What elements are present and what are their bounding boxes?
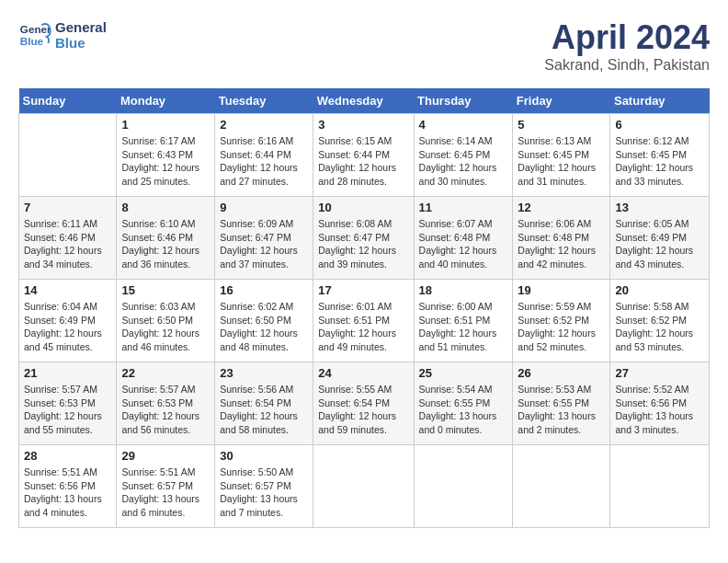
logo-blue: Blue xyxy=(55,35,107,51)
day-detail: Sunrise: 6:15 AMSunset: 6:44 PMDaylight:… xyxy=(318,134,408,189)
day-detail: Sunrise: 5:57 AMSunset: 6:53 PMDaylight:… xyxy=(121,383,210,437)
calendar-week-4: 21Sunrise: 5:57 AMSunset: 6:53 PMDayligh… xyxy=(19,362,710,445)
day-detail: Sunrise: 5:53 AMSunset: 6:55 PMDaylight:… xyxy=(518,383,605,437)
column-header-tuesday: Tuesday xyxy=(215,88,313,114)
calendar-cell: 27Sunrise: 5:52 AMSunset: 6:56 PMDayligh… xyxy=(610,362,710,445)
page-header: General Blue General Blue April 2024 Sak… xyxy=(18,18,710,74)
calendar-cell xyxy=(513,445,610,528)
day-detail: Sunrise: 5:59 AMSunset: 6:52 PMDaylight:… xyxy=(518,300,605,354)
calendar-cell: 2Sunrise: 6:16 AMSunset: 6:44 PMDaylight… xyxy=(215,114,313,197)
day-detail: Sunrise: 6:03 AMSunset: 6:50 PMDaylight:… xyxy=(121,300,210,354)
day-number: 24 xyxy=(318,366,408,380)
day-detail: Sunrise: 6:04 AMSunset: 6:49 PMDaylight:… xyxy=(24,300,111,354)
calendar-cell xyxy=(19,114,117,197)
calendar-cell: 29Sunrise: 5:51 AMSunset: 6:57 PMDayligh… xyxy=(117,445,215,528)
day-number: 27 xyxy=(615,366,704,380)
day-number: 20 xyxy=(615,283,704,297)
day-detail: Sunrise: 6:09 AMSunset: 6:47 PMDaylight:… xyxy=(220,217,308,271)
day-number: 29 xyxy=(121,449,210,463)
day-detail: Sunrise: 5:52 AMSunset: 6:56 PMDaylight:… xyxy=(615,383,704,437)
day-detail: Sunrise: 5:51 AMSunset: 6:57 PMDaylight:… xyxy=(121,465,210,520)
day-number: 9 xyxy=(220,201,308,214)
calendar-cell: 9Sunrise: 6:09 AMSunset: 6:47 PMDaylight… xyxy=(215,197,313,280)
day-number: 17 xyxy=(318,283,408,297)
calendar-cell: 8Sunrise: 6:10 AMSunset: 6:46 PMDaylight… xyxy=(117,197,215,280)
calendar-cell: 4Sunrise: 6:14 AMSunset: 6:45 PMDaylight… xyxy=(414,114,513,197)
svg-text:Blue: Blue xyxy=(20,35,44,47)
calendar-week-1: 1Sunrise: 6:17 AMSunset: 6:43 PMDaylight… xyxy=(19,114,710,197)
page-subtitle: Sakrand, Sindh, Pakistan xyxy=(544,57,710,74)
calendar-cell xyxy=(610,445,710,528)
day-number: 8 xyxy=(121,201,210,214)
day-detail: Sunrise: 5:56 AMSunset: 6:54 PMDaylight:… xyxy=(220,383,308,437)
day-number: 25 xyxy=(419,366,508,380)
calendar-cell: 12Sunrise: 6:06 AMSunset: 6:48 PMDayligh… xyxy=(513,197,610,280)
calendar-cell: 10Sunrise: 6:08 AMSunset: 6:47 PMDayligh… xyxy=(313,197,414,280)
column-header-sunday: Sunday xyxy=(19,88,117,114)
calendar-cell xyxy=(414,445,513,528)
calendar-week-2: 7Sunrise: 6:11 AMSunset: 6:46 PMDaylight… xyxy=(19,197,710,280)
day-detail: Sunrise: 6:06 AMSunset: 6:48 PMDaylight:… xyxy=(518,217,605,271)
calendar-week-5: 28Sunrise: 5:51 AMSunset: 6:56 PMDayligh… xyxy=(19,445,710,528)
column-header-monday: Monday xyxy=(117,88,215,114)
day-number: 16 xyxy=(220,283,308,297)
day-detail: Sunrise: 6:13 AMSunset: 6:45 PMDaylight:… xyxy=(518,134,605,189)
column-header-thursday: Thursday xyxy=(414,88,513,114)
day-detail: Sunrise: 6:10 AMSunset: 6:46 PMDaylight:… xyxy=(121,217,210,271)
day-number: 23 xyxy=(220,366,308,380)
calendar-table: SundayMondayTuesdayWednesdayThursdayFrid… xyxy=(18,88,710,528)
day-detail: Sunrise: 6:16 AMSunset: 6:44 PMDaylight:… xyxy=(220,134,308,189)
day-number: 13 xyxy=(615,201,704,214)
calendar-week-3: 14Sunrise: 6:04 AMSunset: 6:49 PMDayligh… xyxy=(19,280,710,362)
calendar-header-row: SundayMondayTuesdayWednesdayThursdayFrid… xyxy=(19,88,710,114)
calendar-cell: 26Sunrise: 5:53 AMSunset: 6:55 PMDayligh… xyxy=(513,362,610,445)
day-number: 12 xyxy=(518,201,605,214)
day-number: 18 xyxy=(419,283,508,297)
day-number: 14 xyxy=(24,283,111,297)
calendar-cell: 5Sunrise: 6:13 AMSunset: 6:45 PMDaylight… xyxy=(513,114,610,197)
day-detail: Sunrise: 5:57 AMSunset: 6:53 PMDaylight:… xyxy=(24,383,111,437)
day-number: 2 xyxy=(220,118,308,132)
day-number: 28 xyxy=(24,449,111,463)
day-detail: Sunrise: 6:07 AMSunset: 6:48 PMDaylight:… xyxy=(419,217,508,271)
page-title: April 2024 xyxy=(544,18,710,57)
calendar-cell: 16Sunrise: 6:02 AMSunset: 6:50 PMDayligh… xyxy=(215,280,313,362)
day-detail: Sunrise: 6:14 AMSunset: 6:45 PMDaylight:… xyxy=(419,134,508,189)
title-block: April 2024 Sakrand, Sindh, Pakistan xyxy=(544,18,710,74)
day-detail: Sunrise: 6:12 AMSunset: 6:45 PMDaylight:… xyxy=(615,134,704,189)
column-header-saturday: Saturday xyxy=(610,88,710,114)
day-number: 11 xyxy=(419,201,508,214)
calendar-cell: 19Sunrise: 5:59 AMSunset: 6:52 PMDayligh… xyxy=(513,280,610,362)
column-header-wednesday: Wednesday xyxy=(313,88,414,114)
day-detail: Sunrise: 6:02 AMSunset: 6:50 PMDaylight:… xyxy=(220,300,308,354)
day-detail: Sunrise: 6:11 AMSunset: 6:46 PMDaylight:… xyxy=(24,217,111,271)
day-detail: Sunrise: 6:08 AMSunset: 6:47 PMDaylight:… xyxy=(318,217,408,271)
calendar-cell: 30Sunrise: 5:50 AMSunset: 6:57 PMDayligh… xyxy=(215,445,313,528)
logo-general: General xyxy=(55,19,107,35)
day-number: 19 xyxy=(518,283,605,297)
calendar-cell xyxy=(313,445,414,528)
day-detail: Sunrise: 5:55 AMSunset: 6:54 PMDaylight:… xyxy=(318,383,408,437)
logo-icon: General Blue xyxy=(18,18,51,52)
calendar-cell: 6Sunrise: 6:12 AMSunset: 6:45 PMDaylight… xyxy=(610,114,710,197)
calendar-cell: 18Sunrise: 6:00 AMSunset: 6:51 PMDayligh… xyxy=(414,280,513,362)
day-number: 15 xyxy=(121,283,210,297)
day-number: 21 xyxy=(24,366,111,380)
day-detail: Sunrise: 5:58 AMSunset: 6:52 PMDaylight:… xyxy=(615,300,704,354)
calendar-cell: 3Sunrise: 6:15 AMSunset: 6:44 PMDaylight… xyxy=(313,114,414,197)
day-number: 7 xyxy=(24,201,111,214)
calendar-cell: 22Sunrise: 5:57 AMSunset: 6:53 PMDayligh… xyxy=(117,362,215,445)
day-number: 1 xyxy=(121,118,210,132)
day-number: 26 xyxy=(518,366,605,380)
calendar-cell: 23Sunrise: 5:56 AMSunset: 6:54 PMDayligh… xyxy=(215,362,313,445)
calendar-cell: 11Sunrise: 6:07 AMSunset: 6:48 PMDayligh… xyxy=(414,197,513,280)
day-number: 10 xyxy=(318,201,408,214)
calendar-cell: 28Sunrise: 5:51 AMSunset: 6:56 PMDayligh… xyxy=(19,445,117,528)
column-header-friday: Friday xyxy=(513,88,610,114)
day-number: 6 xyxy=(615,118,704,132)
calendar-cell: 15Sunrise: 6:03 AMSunset: 6:50 PMDayligh… xyxy=(117,280,215,362)
day-detail: Sunrise: 5:54 AMSunset: 6:55 PMDaylight:… xyxy=(419,383,508,437)
day-number: 4 xyxy=(419,118,508,132)
day-detail: Sunrise: 6:05 AMSunset: 6:49 PMDaylight:… xyxy=(615,217,704,271)
calendar-cell: 7Sunrise: 6:11 AMSunset: 6:46 PMDaylight… xyxy=(19,197,117,280)
